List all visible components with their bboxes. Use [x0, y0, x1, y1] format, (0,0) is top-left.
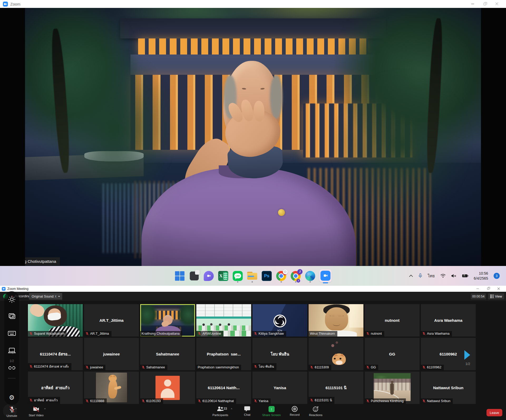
main-video[interactable]: Kraithong Chotivutpattana — [25, 8, 481, 266]
wifi-icon[interactable] — [440, 274, 446, 278]
record-button[interactable]: Record — [283, 406, 306, 416]
participant-tile[interactable]: Kraithong Chotivutpattana — [140, 304, 195, 337]
participant-tile[interactable]: Pumcheewa Klinthong — [365, 372, 420, 404]
zoom-taskbar-button[interactable] — [319, 269, 332, 282]
folder-taskbar-button[interactable] — [247, 269, 257, 283]
decor — [11, 332, 11, 333]
active-app-indicator — [323, 282, 328, 283]
decor — [10, 298, 13, 301]
participant-tile[interactable]: Yanisa Yanisa — [252, 372, 307, 404]
apps-grid-icon[interactable] — [9, 382, 15, 388]
decor — [9, 301, 10, 302]
decor — [374, 373, 411, 401]
vchat-taskbar-button[interactable] — [203, 269, 214, 283]
participant-tile[interactable]: 61110474 อัสรอ... 61110474 อัสรอฟ ลาเต๊ะ — [28, 338, 83, 370]
windows-start-icon — [175, 271, 184, 281]
participant-tile[interactable]: Supanit Wisadsatorn — [28, 304, 83, 337]
edge-taskbar-button[interactable] — [305, 269, 315, 283]
battery-icon[interactable] — [462, 274, 468, 278]
decor — [420, 274, 421, 276]
decor — [314, 408, 315, 409]
muted-mic-icon — [254, 365, 257, 368]
ps-taskbar-button[interactable]: Ps — [261, 269, 272, 283]
decor — [10, 334, 14, 334]
meeting-close-button[interactable] — [494, 286, 503, 291]
participant-label-text: AR.T_Jittima — [90, 332, 109, 335]
chrome-profile-icon: JJ — [291, 271, 301, 281]
participants-chevron[interactable]: ^ — [231, 408, 232, 411]
participant-tile[interactable]: อาทิตย์ สายแก้ว อาทิตย์ สายแก้ว — [28, 372, 83, 404]
clock[interactable]: 10:56 6/4/2565 — [474, 271, 488, 280]
volume-muted-icon[interactable] — [451, 274, 456, 278]
participant-tile[interactable]: Sahatmanee Sahatmanee — [140, 338, 195, 370]
brightness-icon[interactable] — [8, 295, 16, 303]
participant-tile[interactable]: Wirut Thinnakorn — [309, 304, 363, 337]
leave-button[interactable]: Leave — [486, 409, 502, 416]
participant-label-text: อาทิตย์ สายแก้ว — [34, 398, 58, 403]
participant-tile[interactable]: Asra Waehama Asra Waehama — [421, 304, 476, 337]
decor: X — [219, 273, 222, 279]
decor — [4, 3, 6, 5]
meeting-minimize-button[interactable] — [473, 286, 482, 291]
participant-tile[interactable]: nutnont nutnont — [365, 304, 420, 337]
notification-badge[interactable]: 3 — [494, 273, 500, 279]
share-window-icon[interactable] — [8, 313, 16, 320]
participant-tile[interactable]: Kittiya Sangkhaw — [252, 304, 307, 337]
meeting-title-bar: Zoom Meeting — [0, 286, 506, 292]
meeting-restore-button[interactable] — [484, 286, 493, 291]
unmute-options-chevron[interactable]: ^ — [15, 408, 17, 411]
reactions-button[interactable]: Reactions — [304, 406, 328, 417]
share-screen-button[interactable]: ↑ Share Screen — [260, 406, 283, 417]
line-taskbar-button[interactable]: LINE — [232, 269, 243, 283]
decor — [8, 331, 16, 336]
tray-chevron-icon[interactable] — [409, 275, 413, 277]
chromej-taskbar-button[interactable]: JJ — [290, 269, 301, 283]
original-sound-dropdown[interactable] — [56, 293, 62, 300]
minimize-button[interactable] — [466, 0, 479, 8]
participant-tile[interactable]: โอบ พันธิน โอบ พันธิน — [252, 338, 307, 370]
start-video-button[interactable]: Start Video — [24, 406, 48, 417]
close-button[interactable] — [491, 0, 503, 8]
excel-taskbar-button[interactable]: X — [218, 269, 228, 283]
participant-tile[interactable]: juwainee juwainee — [84, 338, 139, 370]
view-button[interactable]: View — [488, 293, 504, 299]
decor — [9, 314, 14, 318]
decor — [323, 273, 328, 278]
participant-tile[interactable]: 61115101 นิ 61115101 นิ — [309, 372, 363, 404]
participant-tile[interactable]: GG GG — [365, 338, 420, 370]
participant-tile[interactable]: 61105193 — [140, 372, 195, 404]
participant-tile[interactable]: 61120614 Natth... 61120614 Natthaphat — [196, 372, 251, 404]
participant-tile[interactable]: ARWUonline — [196, 304, 251, 337]
shot-taskbar-button[interactable] — [189, 269, 200, 283]
running-indicator — [281, 281, 282, 283]
participant-tile[interactable]: Nattawut Sribun Nattawut Sribun — [421, 372, 476, 404]
video-options-chevron[interactable]: ^ — [44, 408, 46, 411]
unmute-button[interactable]: Unmute — [0, 406, 24, 417]
participant-label: juwainee — [84, 365, 105, 370]
language-indicator[interactable]: ไทย — [428, 273, 435, 279]
decor — [451, 274, 454, 278]
chrome-taskbar-button[interactable] — [276, 269, 286, 283]
decor — [58, 296, 60, 298]
overlay-prev-page-icon[interactable] — [11, 350, 13, 354]
participant-tile[interactable]: 61110888 — [84, 372, 139, 404]
settings-gear-icon[interactable]: ⚙ — [9, 394, 15, 401]
participant-label: Kittiya Sangkhaw — [252, 331, 286, 337]
participant-tile[interactable]: 61115309 — [309, 338, 363, 370]
participant-tile[interactable]: AR.T_Jittima AR.T_Jittima — [84, 304, 139, 337]
next-page-button[interactable] — [464, 350, 470, 360]
decor — [472, 286, 504, 292]
muted-mic-icon — [142, 365, 145, 369]
participant-tile[interactable]: Praphatson sae... Praphatson saemmongkho… — [196, 338, 251, 370]
app-title: Zoom — [10, 2, 20, 6]
link-icon[interactable] — [8, 365, 16, 370]
start-taskbar-button[interactable] — [174, 269, 185, 283]
microphone-tray-icon[interactable] — [419, 273, 422, 278]
keyboard-icon[interactable] — [8, 331, 16, 336]
muted-mic-icon — [29, 365, 33, 368]
participants-button[interactable]: Participants 33 — [208, 406, 232, 417]
restore-button[interactable] — [479, 0, 491, 8]
chat-button[interactable]: Chat — [235, 406, 259, 416]
meeting-window-title: Zoom Meeting — [7, 287, 28, 291]
chrome-icon — [276, 271, 286, 281]
